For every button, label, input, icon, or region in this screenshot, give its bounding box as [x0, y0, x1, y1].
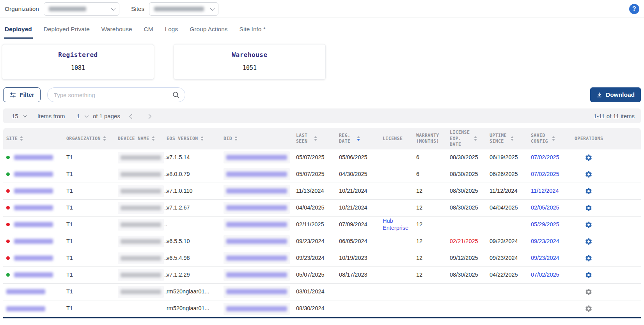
site-link-redacted[interactable] [6, 306, 45, 311]
did-value-redacted[interactable] [224, 269, 290, 281]
saved-config-link[interactable]: 05/29/2025 [531, 221, 559, 228]
sort-icon[interactable] [314, 136, 317, 141]
sort-icon[interactable] [152, 136, 155, 141]
page-select[interactable]: 1 [75, 113, 90, 119]
reg-date-value: 06/05/2024 [339, 238, 367, 245]
settings-gear-icon[interactable] [575, 154, 593, 162]
page-size-select[interactable]: 15 [9, 113, 28, 119]
sort-icon[interactable] [511, 136, 514, 141]
site-link-redacted[interactable] [14, 205, 53, 210]
site-link-redacted[interactable] [14, 256, 53, 261]
warranty-value: 12 [416, 221, 422, 228]
sort-icon[interactable] [357, 136, 360, 141]
saved-config-link[interactable]: 09/23/2024 [531, 255, 559, 261]
status-dot-red [6, 256, 10, 260]
saved-config-link[interactable]: 07/02/2025 [531, 154, 559, 161]
did-cell [220, 168, 293, 180]
did-value-redacted[interactable] [224, 218, 290, 231]
site-link-redacted[interactable] [14, 272, 53, 277]
saved-config-link[interactable]: 07/02/2025 [531, 272, 559, 278]
did-value-redacted[interactable] [224, 151, 290, 163]
settings-gear-icon[interactable] [575, 254, 593, 262]
did-value-redacted[interactable] [224, 235, 290, 247]
saved-config-link[interactable]: 09/23/2024 [531, 238, 559, 245]
settings-gear-icon[interactable] [575, 204, 593, 212]
next-page-button[interactable] [145, 111, 152, 121]
tab-cm[interactable]: CM [143, 22, 154, 39]
settings-gear-icon[interactable] [575, 187, 593, 195]
status-dot-green [6, 273, 10, 277]
organization-cell: T1 [63, 238, 115, 245]
device-name-redacted [118, 152, 164, 163]
of-pages-label: of 1 pages [93, 113, 120, 119]
filter-button[interactable]: Filter [3, 87, 41, 102]
column-header-organization[interactable]: ORGANIZATION [63, 136, 115, 142]
tab-logs[interactable]: Logs [164, 22, 179, 39]
column-header-label: EOS VERSION [167, 136, 198, 142]
saved-config-link[interactable]: 02/05/2025 [531, 204, 559, 211]
device-name-cell: .. [115, 185, 163, 197]
device-name-cell: .. [115, 169, 163, 180]
search-icon[interactable] [172, 91, 180, 99]
did-cell [220, 303, 293, 315]
tab-deployed[interactable]: Deployed [4, 22, 33, 39]
last-seen-value: 04/04/2025 [296, 204, 325, 211]
sort-icon[interactable] [474, 136, 477, 141]
site-link-redacted[interactable] [14, 172, 53, 177]
site-link-redacted[interactable] [14, 188, 53, 194]
topbar: Organization Sites ? [0, 0, 644, 18]
column-header-saved-config[interactable]: SAVED CONFIG [528, 133, 571, 145]
sites-select[interactable] [149, 2, 218, 16]
tab-deployed-private[interactable]: Deployed Private [43, 22, 90, 39]
site-link-redacted[interactable] [14, 239, 53, 244]
sort-icon[interactable] [234, 136, 238, 141]
tab-warehouse[interactable]: Warehouse [101, 22, 133, 39]
settings-gear-icon[interactable] [575, 238, 593, 245]
license-link[interactable]: Hub Enterprise [383, 218, 410, 231]
site-link-redacted[interactable] [14, 222, 53, 227]
settings-gear-icon[interactable] [575, 221, 593, 229]
download-button[interactable]: Download [590, 87, 641, 102]
saved-config-link[interactable]: 11/12/2024 [531, 188, 559, 194]
did-value-redacted[interactable] [224, 202, 290, 214]
search-input[interactable] [47, 87, 185, 102]
column-header-uptime-since[interactable]: UPTIME SINCE [486, 133, 528, 145]
reg-date-cell: 10/21/2024 [336, 188, 380, 194]
site-link-redacted[interactable] [6, 289, 45, 294]
settings-gear-icon[interactable] [575, 271, 593, 279]
column-header-license-exp-date[interactable]: LICENSE EXP. DATE [447, 130, 486, 148]
column-header-site[interactable]: SITE [3, 136, 63, 142]
tab-site-info[interactable]: Site Info * [239, 22, 266, 39]
organization-select[interactable] [44, 2, 119, 16]
reg-date-value: 08/17/2023 [339, 272, 367, 278]
did-value-redacted[interactable] [224, 303, 290, 315]
saved-config-link[interactable]: 07/02/2025 [531, 171, 559, 178]
settings-gear-icon[interactable] [575, 170, 593, 178]
column-header-device-name[interactable]: DEVICE NAME [115, 136, 163, 142]
column-header-reg-date[interactable]: REG. DATE [336, 133, 380, 145]
sort-icon[interactable] [103, 136, 106, 141]
site-link-redacted[interactable] [14, 155, 53, 160]
did-value-redacted[interactable] [224, 185, 290, 197]
column-header-did[interactable]: DID [220, 136, 293, 142]
tab-group-actions[interactable]: Group Actions [189, 22, 228, 39]
help-icon[interactable]: ? [629, 4, 639, 14]
warranty-value: 6 [416, 154, 419, 161]
did-value-redacted[interactable] [224, 252, 290, 264]
organization-cell: T1 [63, 272, 115, 278]
sort-icon[interactable] [200, 136, 204, 141]
did-cell [220, 151, 293, 163]
operations-cell [571, 154, 641, 162]
organization-cell: T1 [63, 221, 115, 228]
device-name-cell: .. [115, 202, 163, 214]
prev-page-button[interactable] [129, 111, 135, 121]
sites-label: Sites [131, 5, 144, 12]
sort-icon[interactable] [20, 136, 23, 141]
column-header-last-seen[interactable]: LAST SEEN [293, 133, 336, 145]
operations-cell [571, 204, 641, 212]
did-value-redacted[interactable] [224, 286, 290, 298]
did-value-redacted[interactable] [224, 168, 290, 180]
sort-icon[interactable] [552, 136, 555, 141]
column-header-eos-version[interactable]: EOS VERSION [163, 136, 220, 142]
reg-date-cell: 08/17/2023 [336, 272, 380, 278]
